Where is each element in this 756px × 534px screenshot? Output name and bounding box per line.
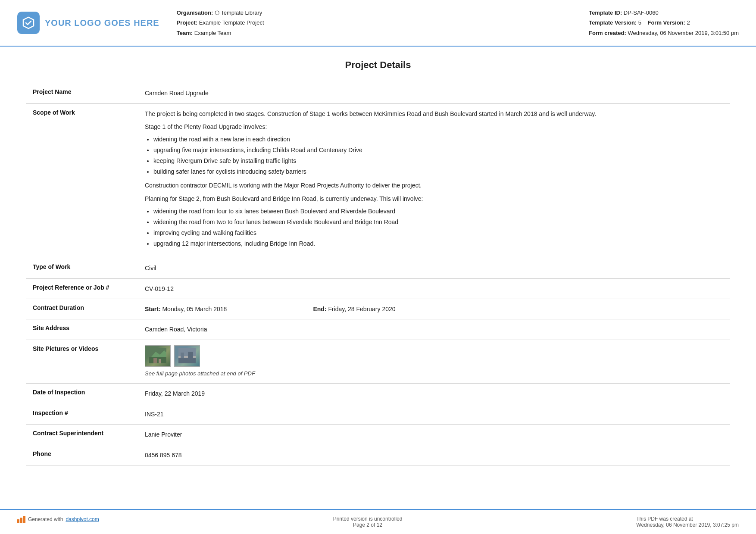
footer-center: Printed version is uncontrolled Page 2 o…	[333, 516, 403, 528]
inspection-num-value: INS-21	[138, 404, 730, 424]
superintendent-label: Contract Superintendent	[26, 425, 138, 445]
list-item: upgrading 12 major intersections, includ…	[153, 239, 723, 248]
footer-right: This PDF was created at Wednesday, 06 No…	[636, 516, 739, 528]
contract-duration-label: Contract Duration	[26, 299, 138, 319]
form-created-label: Form created:	[589, 30, 626, 36]
project-ref-label: Project Reference or Job #	[26, 278, 138, 299]
scope-contractor: Construction contractor DECMIL is workin…	[145, 181, 723, 190]
scope-of-work-row: Scope of Work The project is being compl…	[26, 103, 730, 258]
footer: Generated with dashpivot.com Printed ver…	[0, 509, 756, 534]
team-label: Team:	[177, 30, 193, 36]
site-pictures-label: Site Pictures or Videos	[26, 340, 138, 384]
template-id-value: DP-SAF-0060	[624, 9, 659, 16]
generated-text: Generated with	[28, 516, 63, 522]
svg-rect-4	[159, 359, 161, 363]
start-value: Monday, 05 March 2018	[162, 306, 227, 312]
list-item: keeping Rivergum Drive safe by installin…	[153, 156, 723, 166]
team-row: Team: Example Team	[177, 28, 589, 38]
phone-label: Phone	[26, 445, 138, 465]
scope-stage1-list: widening the road with a new lane in eac…	[153, 135, 723, 176]
form-version-value: 2	[687, 19, 690, 26]
project-label: Project:	[177, 19, 197, 26]
form-created-row: Form created: Wednesday, 06 November 201…	[589, 28, 739, 38]
scope-intro: The project is being completed in two st…	[145, 109, 723, 119]
inspection-num-label: Inspection #	[26, 404, 138, 424]
org-value: ⬡ Template Library	[215, 9, 262, 16]
end-value: Friday, 28 February 2020	[328, 306, 395, 312]
footer-right-line2: Wednesday, 06 November 2019, 3:07:25 pm	[636, 522, 739, 528]
dashpivot-bar-icon	[17, 516, 25, 523]
template-version-value: 5	[638, 19, 641, 26]
form-created-value: Wednesday, 06 November 2019, 3:01:50 pm	[628, 30, 739, 36]
site-pictures-value: See full page photos attached at end of …	[138, 340, 730, 384]
dashpivot-link[interactable]: dashpivot.com	[66, 516, 99, 522]
list-item: improving cycling and walking facilities	[153, 228, 723, 237]
scope-stage2-list: widening the road from four to six lanes…	[153, 207, 723, 248]
date-of-inspection-value: Friday, 22 March 2019	[138, 384, 730, 404]
org-row: Organisation: ⬡ Template Library	[177, 8, 589, 18]
project-ref-row: Project Reference or Job # CV-019-12	[26, 278, 730, 299]
type-of-work-value: Civil	[138, 258, 730, 278]
start-label: Start:	[145, 306, 161, 312]
site-pictures-row: Site Pictures or Videos	[26, 340, 730, 384]
scope-stage2-intro: Planning for Stage 2, from Bush Boulevar…	[145, 194, 723, 203]
logo-area: YOUR LOGO GOES HERE	[17, 12, 159, 34]
form-version-label: Form Version:	[647, 19, 685, 26]
list-item: widening the road from two to four lanes…	[153, 218, 723, 227]
list-item: building safer lanes for cyclists introd…	[153, 167, 723, 176]
contract-end: End: Friday, 28 February 2020	[313, 304, 395, 314]
header-right: Template ID: DP-SAF-0060 Template Versio…	[589, 8, 739, 38]
list-item: widening the road with a new lane in eac…	[153, 135, 723, 144]
svg-rect-9	[188, 352, 193, 358]
phone-row: Phone 0456 895 678	[26, 445, 730, 465]
list-item: upgrading five major intersections, incl…	[153, 146, 723, 155]
template-id-row: Template ID: DP-SAF-0060	[589, 8, 739, 18]
footer-center-line1: Printed version is uncontrolled	[333, 516, 403, 522]
duration-row: Start: Monday, 05 March 2018 End: Friday…	[145, 304, 723, 314]
svg-rect-1	[149, 357, 166, 363]
scope-value: The project is being completed in two st…	[138, 103, 730, 258]
date-of-inspection-row: Date of Inspection Friday, 22 March 2019	[26, 384, 730, 404]
footer-center-line2: Page 2 of 12	[333, 522, 403, 528]
pictures-area: See full page photos attached at end of …	[145, 345, 723, 378]
pictures-caption: See full page photos attached at end of …	[145, 369, 723, 378]
template-version-label: Template Version:	[589, 19, 637, 26]
site-address-value: Camden Road, Victoria	[138, 319, 730, 340]
scope-text: The project is being completed in two st…	[145, 109, 723, 249]
superintendent-value: Lanie Proviter	[138, 425, 730, 445]
end-label: End:	[313, 306, 326, 312]
site-address-label: Site Address	[26, 319, 138, 340]
scope-label: Scope of Work	[26, 103, 138, 258]
svg-rect-8	[181, 353, 184, 358]
list-item: widening the road from four to six lanes…	[153, 207, 723, 216]
contract-start: Start: Monday, 05 March 2018	[145, 304, 227, 314]
version-row: Template Version: 5 Form Version: 2	[589, 18, 739, 28]
inspection-num-row: Inspection # INS-21	[26, 404, 730, 424]
type-of-work-label: Type of Work	[26, 258, 138, 278]
header-meta: Organisation: ⬡ Template Library Project…	[159, 8, 589, 38]
phone-value: 0456 895 678	[138, 445, 730, 465]
superintendent-row: Contract Superintendent Lanie Proviter	[26, 425, 730, 445]
contract-duration-value: Start: Monday, 05 March 2018 End: Friday…	[138, 299, 730, 319]
thumbnails	[145, 345, 723, 367]
details-table: Project Name Camden Road Upgrade Scope o…	[26, 83, 730, 465]
site-address-row: Site Address Camden Road, Victoria	[26, 319, 730, 340]
svg-rect-6	[178, 358, 196, 363]
main-content: Project Details Project Name Camden Road…	[0, 47, 756, 509]
project-name-row: Project Name Camden Road Upgrade	[26, 83, 730, 103]
logo-text: YOUR LOGO GOES HERE	[45, 18, 159, 28]
template-id-label: Template ID:	[589, 9, 622, 16]
header: YOUR LOGO GOES HERE Organisation: ⬡ Temp…	[0, 0, 756, 47]
thumbnail-1	[145, 345, 171, 367]
project-row: Project: Example Template Project	[177, 18, 589, 28]
page-title: Project Details	[26, 59, 730, 71]
svg-rect-3	[153, 358, 157, 363]
project-value: Example Template Project	[199, 19, 264, 26]
team-value: Example Team	[194, 30, 231, 36]
footer-right-line1: This PDF was created at	[636, 516, 739, 522]
date-of-inspection-label: Date of Inspection	[26, 384, 138, 404]
type-of-work-row: Type of Work Civil	[26, 258, 730, 278]
project-name-label: Project Name	[26, 83, 138, 103]
scope-stage1-intro: Stage 1 of the Plenty Road Upgrade invol…	[145, 122, 723, 131]
footer-left: Generated with dashpivot.com	[17, 516, 99, 523]
